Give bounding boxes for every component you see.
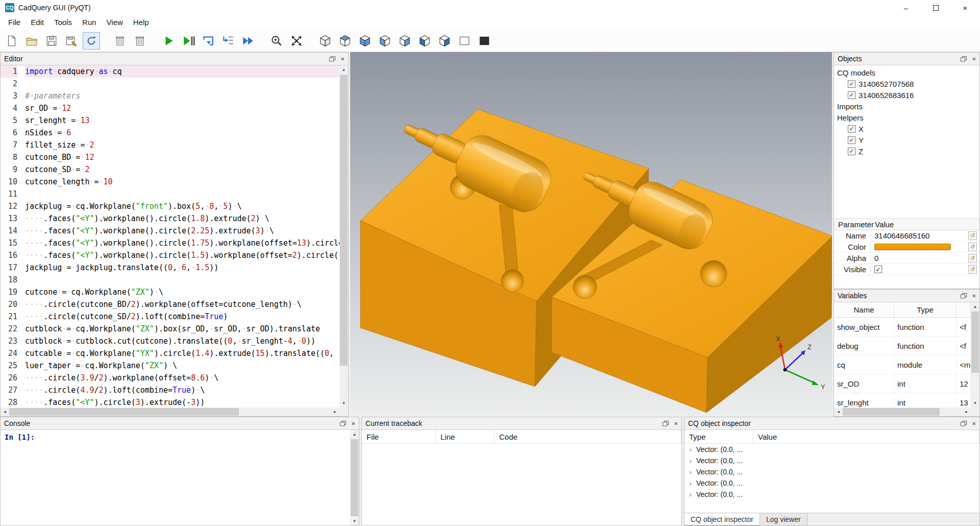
- scroll-right-arrow[interactable]: ►: [962, 408, 971, 416]
- code-line[interactable]: sr_lenght·=·13: [25, 114, 339, 127]
- inspector-row[interactable]: ›Vector: (0.0, ...: [684, 477, 979, 489]
- dock-close-icon[interactable]: ×: [351, 420, 355, 427]
- right-view-button[interactable]: [436, 32, 453, 50]
- editor-horizontal-scrollbar[interactable]: ◄ ►: [1, 408, 339, 416]
- color-swatch[interactable]: [874, 244, 951, 250]
- menu-file[interactable]: File: [3, 15, 26, 30]
- code-line[interactable]: luer_taper·=·cq.Workplane("ZX")·\: [25, 360, 339, 372]
- top-view-button[interactable]: [336, 32, 354, 50]
- scrollbar-thumb[interactable]: [843, 408, 940, 416]
- menu-view[interactable]: View: [102, 15, 128, 30]
- save-script-button[interactable]: [43, 32, 60, 50]
- checkbox[interactable]: ✓: [848, 80, 855, 88]
- menu-help[interactable]: Help: [128, 15, 154, 30]
- code-line[interactable]: nSides·=·6: [25, 127, 339, 139]
- variable-row[interactable]: show_objectfunction<f: [834, 318, 971, 337]
- checkbox[interactable]: ✓: [848, 91, 855, 99]
- back-view-button[interactable]: [396, 32, 413, 50]
- scrollbar-thumb[interactable]: [340, 75, 348, 366]
- variable-row[interactable]: cqmodule<m: [834, 355, 971, 374]
- tab-log-viewer[interactable]: Log viewer: [760, 513, 807, 525]
- clear-console-button[interactable]: [111, 32, 129, 50]
- dock-float-icon[interactable]: [961, 293, 967, 299]
- dock-close-icon[interactable]: ×: [972, 56, 976, 62]
- toggle-zoom-button[interactable]: [268, 32, 285, 50]
- console-vertical-scrollbar[interactable]: ▲ ▼: [350, 430, 359, 525]
- reset-property-button[interactable]: ↺: [968, 231, 977, 240]
- reset-property-button[interactable]: ↺: [968, 254, 977, 262]
- tree-item[interactable]: ✓Y: [834, 134, 979, 146]
- dock-float-icon[interactable]: [961, 421, 967, 426]
- code-line[interactable]: cutcable·=·cq.Workplane("YX").circle(1.4…: [25, 347, 339, 360]
- dock-float-icon[interactable]: [663, 421, 669, 426]
- scroll-right-arrow[interactable]: ►: [331, 408, 339, 416]
- variable-row[interactable]: debugfunction<f: [834, 337, 971, 355]
- code-line[interactable]: [25, 78, 339, 90]
- step-in-button[interactable]: [219, 32, 237, 50]
- code-line[interactable]: ····.circle(cutcone_BD/2).workplane(offs…: [25, 298, 339, 310]
- code-line[interactable]: ····.faces("<Y").workplane().circle(1.75…: [25, 237, 339, 249]
- code-line[interactable]: cutcone_SD·=·2: [25, 163, 339, 176]
- toggle-shaded-button[interactable]: [476, 32, 493, 50]
- reset-property-button[interactable]: ↺: [968, 243, 977, 251]
- reset-property-button[interactable]: ↺: [968, 265, 977, 274]
- front-view-button[interactable]: [376, 32, 394, 50]
- tree-item[interactable]: Imports: [834, 101, 979, 112]
- variable-row[interactable]: sr_ODint12: [834, 374, 971, 393]
- maximize-button[interactable]: [921, 0, 950, 15]
- dock-close-icon[interactable]: ×: [972, 293, 976, 299]
- variables-horizontal-scrollbar[interactable]: ◄ ►: [834, 408, 971, 416]
- render-button[interactable]: [160, 32, 177, 50]
- delete-objects-button[interactable]: [131, 32, 149, 50]
- toggle-wireframe-button[interactable]: [456, 32, 473, 50]
- code-line[interactable]: ····.circle(cutcone_SD/2).loft(combine=T…: [25, 310, 339, 323]
- bottom-view-button[interactable]: [356, 32, 374, 50]
- continue-button[interactable]: [239, 32, 257, 50]
- code-line[interactable]: cutblock·=·cq.Workplane("ZX").box(sr_OD,…: [25, 323, 339, 335]
- scroll-up-arrow[interactable]: ▲: [350, 430, 359, 439]
- code-line[interactable]: import·cadquery·as·cq: [25, 65, 339, 78]
- code-editor[interactable]: 1234567891011121314151617181920212223242…: [1, 65, 339, 408]
- save-script-as-button[interactable]: [63, 32, 80, 50]
- code-line[interactable]: ····.circle(3.9/2).workplane(offset=8.6)…: [25, 372, 339, 384]
- expand-chevron-icon[interactable]: ›: [688, 468, 694, 476]
- dock-close-icon[interactable]: ×: [674, 420, 678, 427]
- inspector-row[interactable]: ›Vector: (0.0, ...: [684, 455, 979, 466]
- fit-view-button[interactable]: [288, 32, 305, 50]
- new-script-button[interactable]: [3, 32, 20, 50]
- code-line[interactable]: #·parameters: [25, 90, 339, 102]
- code-line[interactable]: cutcone·=·cq.Workplane("ZX")·\: [25, 286, 339, 298]
- dock-float-icon[interactable]: [340, 421, 346, 426]
- expand-chevron-icon[interactable]: ›: [688, 480, 694, 487]
- checkbox[interactable]: ✓: [848, 125, 855, 133]
- dock-float-icon[interactable]: [329, 56, 335, 62]
- scroll-up-arrow[interactable]: ▲: [339, 65, 348, 74]
- dock-float-icon[interactable]: [961, 56, 967, 62]
- close-button[interactable]: ×: [950, 0, 980, 15]
- minimize-button[interactable]: –: [891, 0, 921, 15]
- code-line[interactable]: [25, 274, 339, 286]
- scroll-down-arrow[interactable]: ▼: [339, 399, 348, 408]
- scrollbar-thumb[interactable]: [351, 439, 358, 516]
- inspector-row[interactable]: ›Vector: (0.0, ...: [684, 466, 979, 477]
- code-line[interactable]: jackplug·=·jackplug.translate((0,·6,·1.5…: [25, 261, 339, 274]
- scrollbar-thumb[interactable]: [971, 312, 979, 373]
- scroll-left-arrow[interactable]: ◄: [1, 408, 9, 416]
- checkbox[interactable]: ✓: [848, 136, 855, 144]
- variable-row[interactable]: sr_lenghtint13: [834, 393, 971, 408]
- code-line[interactable]: [25, 188, 339, 200]
- expand-chevron-icon[interactable]: ›: [688, 457, 694, 465]
- scroll-down-arrow[interactable]: ▼: [350, 517, 359, 525]
- scrollbar-thumb[interactable]: [9, 408, 239, 416]
- toggle-autoreload-button[interactable]: [83, 32, 100, 50]
- scroll-up-arrow[interactable]: ▲: [971, 302, 979, 311]
- tree-item[interactable]: ✓Z: [834, 146, 979, 157]
- dock-close-icon[interactable]: ×: [340, 56, 345, 62]
- code-line[interactable]: jackplug·=·cq.Workplane("front").box(5,·…: [25, 200, 339, 212]
- code-line[interactable]: sr_OD·=·12: [25, 102, 339, 114]
- tree-item[interactable]: ✓3140652707568: [834, 78, 979, 89]
- checkbox[interactable]: ✓: [874, 266, 882, 273]
- inspector-row[interactable]: ›Vector: (0.0, ...: [684, 489, 979, 500]
- iso-view-button[interactable]: [316, 32, 334, 50]
- inspector-row[interactable]: ›Vector: (0.0, ...: [684, 444, 979, 455]
